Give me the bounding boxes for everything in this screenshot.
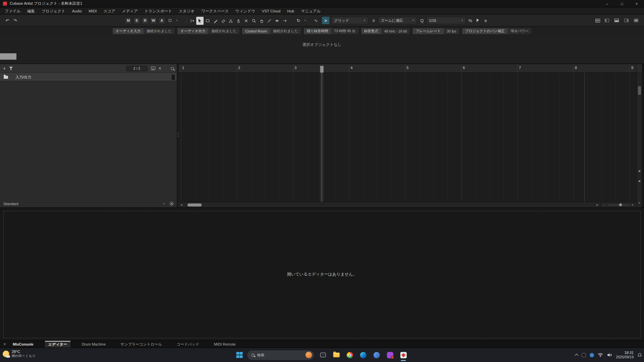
right-zone-toggle[interactable] [623,17,630,24]
line-tool[interactable] [266,17,273,25]
menu-midi[interactable]: MIDI [85,7,100,15]
window-layout-button[interactable] [594,17,601,24]
tab-sampler-control[interactable]: サンプラーコントロール [117,341,165,348]
menu-hub[interactable]: Hub [284,7,298,15]
settings-gear-icon[interactable] [170,202,173,205]
h-scroll-track[interactable] [184,202,595,207]
tab-editor[interactable]: エディター [45,341,70,348]
solo-all-button[interactable]: S [133,17,140,24]
task-view-button[interactable] [319,351,327,359]
track-list-icon[interactable]: ≡ [159,66,161,71]
snap-button[interactable]: > [322,17,329,24]
v-scroll-thumb[interactable] [638,86,641,95]
write-automation-button[interactable]: W [150,17,157,24]
automation-panel-button[interactable] [167,17,173,24]
menu-window[interactable]: ウィンドウ [232,7,259,15]
scroll-left-icon[interactable]: ◂ [179,203,184,206]
zoom-in-button[interactable]: + [632,203,634,207]
close-button[interactable]: × [629,0,644,7]
audiowarp-flag-button[interactable] [475,17,481,24]
tab-midi-remote[interactable]: MIDI Remote [211,341,239,348]
zoom-slider-thumb[interactable] [619,203,622,206]
read-automation-button[interactable]: R [142,17,149,24]
iterative-quantize-button[interactable]: % [467,17,474,24]
chrome-button[interactable] [345,351,354,359]
zoom-preset-dropdown[interactable]: ズームに適応 ▼ [378,17,417,24]
menu-transport[interactable]: トランスポート [141,7,175,15]
ruler-options-button[interactable] [637,64,642,73]
redo-button[interactable]: ↷ [12,17,18,24]
taskbar-clock[interactable]: 18:31 2025/09/19 [616,351,634,359]
weather-widget[interactable]: 28°C 晴れ時々くもり [3,350,36,358]
arrange-grid[interactable] [179,73,636,202]
automation-dropdown[interactable]: ▼ [175,17,179,24]
glue-tool[interactable] [235,17,242,25]
menu-media[interactable]: メディア [119,7,141,15]
zoom-tool[interactable] [250,17,258,25]
mute-tool[interactable] [243,17,250,25]
grid-type-dropdown[interactable]: グリッド ▼ [331,17,368,24]
track-picture-icon[interactable] [151,67,155,70]
scrub-tool[interactable] [281,17,288,25]
menu-project[interactable]: プロジェクト [38,7,69,15]
tab-chord-pads[interactable]: コードパッド [173,341,203,348]
search-input[interactable] [257,353,300,357]
menu-workspace[interactable]: ワークスペース [198,7,232,15]
playhead-handle[interactable] [320,66,324,73]
erase-tool[interactable] [219,17,227,25]
v-zoom-in-button[interactable]: + [637,201,642,205]
tray-icon[interactable] [582,353,586,357]
undo-button[interactable]: ↶ [4,17,11,24]
track-row-input-output[interactable]: 入力/出力 [0,73,177,81]
vertical-scrollbar[interactable]: + [636,64,642,207]
file-explorer-button[interactable] [332,351,341,359]
menu-manual[interactable]: マニュアル [298,7,324,15]
add-track-button[interactable]: + [3,66,6,71]
h-scroll-thumb[interactable] [187,203,202,206]
cubase-taskbar-button[interactable] [399,351,408,359]
tray-expand-icon[interactable] [575,354,579,357]
preset-dropdown[interactable]: ▼ [163,203,165,205]
menu-studio[interactable]: スタジオ [175,7,198,15]
auto-scroll-button[interactable] [189,17,196,25]
minimize-button[interactable]: – [600,0,614,7]
horizontal-scrollbar[interactable]: ◂ ▸ − + [179,202,636,207]
quantize-preset-dropdown[interactable]: 1/16 ▼ [426,17,466,24]
play-tool[interactable] [273,17,281,25]
zoom-out-button[interactable]: − [603,203,605,207]
mute-all-button[interactable]: M [125,17,132,24]
tray-blue-icon[interactable] [590,353,594,357]
tab-drum-machine[interactable]: Drum Machine [78,341,109,348]
menu-score[interactable]: スコア [100,7,118,15]
automation-mode-button[interactable]: A [158,17,165,24]
hand-tool[interactable] [258,17,265,25]
blue-app-button[interactable] [372,351,381,359]
filter-tracks-icon[interactable] [9,67,13,70]
loop-button[interactable]: ↻ [295,17,302,24]
volume-icon[interactable] [607,353,612,357]
lower-zone-close-icon[interactable]: × [0,341,9,348]
loop-dropdown[interactable]: ▼ [303,17,308,24]
object-selection-tool[interactable] [196,17,204,25]
snap-grid-icon[interactable]: # [370,17,377,24]
wifi-icon[interactable] [598,353,603,357]
maximize-button[interactable]: □ [614,0,629,7]
range-selection-tool[interactable] [204,17,211,25]
menu-edit[interactable]: 編集 [24,7,38,15]
menu-vst-cloud[interactable]: VST Cloud [259,7,284,15]
menu-audio[interactable]: Audio [69,7,85,15]
start-button[interactable] [236,352,243,358]
notification-bell-icon[interactable] [637,353,642,357]
split-tool[interactable] [227,17,234,25]
timeline-ruler[interactable]: 1 2 3 4 5 6 7 8 9 [179,64,636,73]
menu-file[interactable]: ファイル [1,7,24,15]
draw-tool[interactable] [212,17,219,25]
full-zone-toggle[interactable] [632,17,640,24]
panel-resize-handle[interactable] [177,133,179,141]
edge-button[interactable] [359,351,368,359]
automation-curve-button[interactable]: ∿ [313,17,319,24]
left-zone-tab[interactable] [0,53,16,60]
quantize-icon[interactable]: Q [419,17,425,24]
zoom-slider[interactable] [607,204,630,205]
tab-mixconsole[interactable]: MixConsole [9,341,37,348]
